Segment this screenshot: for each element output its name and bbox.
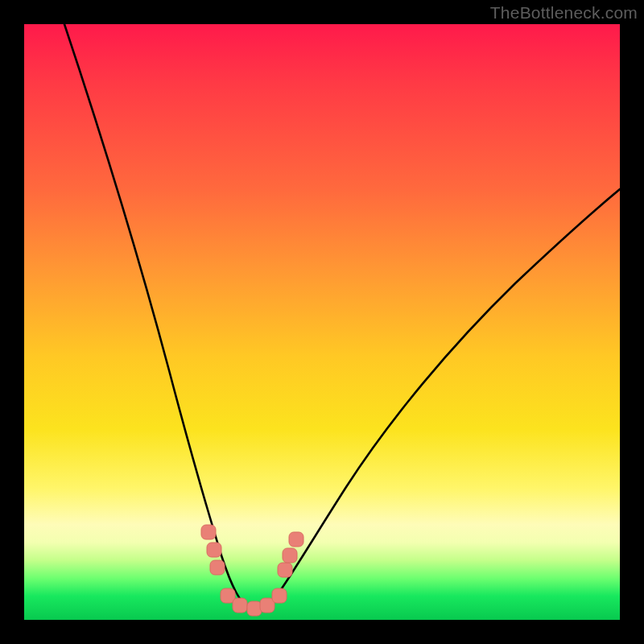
trough-marker (278, 563, 292, 577)
trough-marker (247, 601, 262, 616)
trough-marker (283, 548, 297, 563)
trough-marker (233, 598, 247, 613)
right-curve (266, 189, 620, 610)
curve-group (64, 24, 620, 612)
trough-marker (210, 560, 225, 575)
plot-area (24, 24, 620, 620)
trough-marker (201, 525, 216, 539)
chart-frame: TheBottleneck.com (0, 0, 644, 644)
trough-marker (272, 588, 287, 603)
left-curve (64, 24, 251, 612)
trough-marker (207, 543, 221, 557)
curve-layer (24, 24, 620, 620)
trough-marker (289, 532, 303, 547)
watermark-text: TheBottleneck.com (490, 3, 638, 23)
